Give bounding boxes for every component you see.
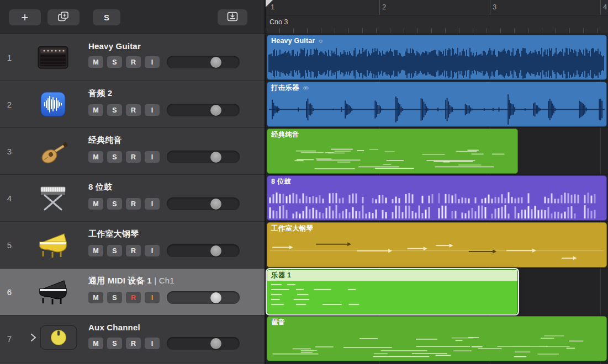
- input-monitor-button[interactable]: I: [145, 245, 160, 256]
- audio-region[interactable]: 打击乐器○○: [267, 82, 607, 127]
- duplicate-track-button[interactable]: [47, 9, 80, 25]
- track-header[interactable]: 3 经典纯音 M S R I: [0, 128, 265, 175]
- volume-knob[interactable]: [210, 152, 221, 163]
- mute-button[interactable]: M: [88, 245, 103, 256]
- input-monitor-button[interactable]: I: [145, 198, 160, 210]
- aux-knob-icon[interactable]: [40, 325, 77, 352]
- volume-slider[interactable]: [167, 244, 240, 257]
- bar-tick: [379, 0, 380, 15]
- volume-slider[interactable]: [167, 104, 240, 116]
- region-notes: [268, 281, 517, 313]
- stereo-badge-icon: ○○: [303, 84, 306, 91]
- region-title: 工作室大钢琴: [271, 224, 313, 233]
- mute-button[interactable]: M: [88, 198, 103, 210]
- mute-button[interactable]: M: [88, 104, 103, 116]
- marker-label[interactable]: Cno 3: [269, 18, 288, 26]
- track-header-selected[interactable]: 6 通用 MIDI 设备 1 | Ch1 M S R I: [0, 269, 265, 315]
- keyboard-stand-icon[interactable]: [21, 175, 85, 221]
- mute-button[interactable]: M: [88, 56, 103, 68]
- region-title: Heavy Guitar: [271, 37, 315, 45]
- audio-waveform-icon[interactable]: [21, 81, 85, 127]
- track-name[interactable]: 工作室大钢琴: [88, 229, 240, 239]
- guitar-icon[interactable]: [21, 128, 85, 174]
- region-waveform: [268, 93, 606, 126]
- track-lane[interactable]: 经典纯音: [266, 128, 608, 175]
- region-title: 琶音: [271, 318, 285, 327]
- input-monitor-button[interactable]: I: [145, 292, 160, 303]
- solo-mode-button[interactable]: S: [93, 9, 120, 25]
- arrange-area[interactable]: 1 2 3 4 Cno 3 Heavy Guitar○ 打击乐器○○: [266, 0, 608, 364]
- bar-tick: [600, 0, 601, 15]
- mute-button[interactable]: M: [88, 338, 103, 349]
- volume-slider[interactable]: [167, 291, 240, 304]
- track-header[interactable]: 2 音频 2 M S R I: [0, 81, 265, 128]
- solo-button[interactable]: S: [107, 151, 122, 163]
- import-icon: [226, 11, 239, 24]
- track-lane[interactable]: 琶音: [266, 315, 608, 362]
- track-number: 7: [0, 315, 19, 362]
- input-monitor-button[interactable]: I: [145, 104, 160, 116]
- track-name[interactable]: 音频 2: [88, 88, 240, 99]
- track-header[interactable]: 7 Aux Channel M S R I: [0, 315, 265, 362]
- solo-button[interactable]: S: [107, 245, 122, 256]
- track-lane[interactable]: 工作室大钢琴: [266, 222, 608, 269]
- track-lane[interactable]: 8 位鼓: [266, 175, 608, 222]
- record-enable-button[interactable]: R: [126, 56, 141, 68]
- volume-knob[interactable]: [210, 199, 221, 210]
- beat-ticks: [266, 28, 608, 33]
- track-name[interactable]: 经典纯音: [88, 135, 240, 146]
- mute-button[interactable]: M: [88, 151, 103, 163]
- volume-knob[interactable]: [210, 245, 221, 256]
- bar-ruler[interactable]: 1 2 3 4 Cno 3: [266, 0, 608, 34]
- add-track-button[interactable]: +: [9, 9, 41, 25]
- disclosure-arrow-icon[interactable]: [29, 333, 37, 345]
- track-number: 4: [0, 175, 19, 221]
- input-monitor-button[interactable]: I: [145, 56, 160, 68]
- volume-slider[interactable]: [167, 197, 240, 210]
- mute-button[interactable]: M: [88, 292, 103, 303]
- input-monitor-button[interactable]: I: [145, 338, 160, 349]
- volume-slider[interactable]: [167, 151, 240, 163]
- record-enable-button[interactable]: R: [126, 338, 141, 349]
- solo-button[interactable]: S: [107, 56, 122, 68]
- track-import-button[interactable]: [218, 9, 247, 25]
- audio-region[interactable]: Heavy Guitar○: [267, 35, 607, 80]
- volume-knob[interactable]: [210, 338, 221, 349]
- region-title: 8 位鼓: [271, 177, 291, 186]
- volume-slider[interactable]: [167, 337, 240, 350]
- track-lane[interactable]: 打击乐器○○: [266, 81, 608, 128]
- volume-knob[interactable]: [210, 292, 221, 303]
- solo-button[interactable]: S: [107, 292, 122, 303]
- track-header[interactable]: 1 Heavy Guitar M S R I: [0, 34, 265, 81]
- track-lane[interactable]: 乐器 1: [266, 269, 608, 315]
- amp-icon[interactable]: [21, 34, 85, 81]
- track-lane[interactable]: Heavy Guitar○: [266, 34, 608, 81]
- track-name[interactable]: Heavy Guitar: [88, 41, 240, 51]
- record-enable-button[interactable]: R: [126, 151, 141, 163]
- record-enable-button[interactable]: R: [126, 245, 141, 256]
- track-header[interactable]: 5 工作室大钢琴 M S R I: [0, 222, 265, 269]
- region-notes: [268, 187, 606, 220]
- solo-button[interactable]: S: [107, 338, 122, 349]
- volume-slider[interactable]: [167, 56, 240, 68]
- track-name[interactable]: Aux Channel: [88, 323, 240, 332]
- record-enable-button[interactable]: R: [126, 104, 141, 116]
- midi-region[interactable]: 琶音: [267, 316, 607, 361]
- grand-piano-icon[interactable]: [21, 222, 85, 268]
- midi-region[interactable]: 工作室大钢琴: [267, 222, 607, 267]
- midi-region[interactable]: 8 位鼓: [267, 175, 607, 221]
- track-name[interactable]: 8 位鼓: [88, 182, 240, 192]
- solo-button[interactable]: S: [107, 198, 122, 210]
- track-header[interactable]: 4 8 位鼓 M S R I: [0, 175, 265, 222]
- midi-region-selected[interactable]: 乐器 1: [267, 269, 518, 314]
- volume-knob[interactable]: [210, 105, 221, 116]
- midi-region[interactable]: 经典纯音: [267, 129, 518, 174]
- record-enable-button[interactable]: R: [126, 198, 141, 210]
- input-monitor-button[interactable]: I: [145, 151, 160, 163]
- track-name[interactable]: 通用 MIDI 设备 1 | Ch1: [88, 276, 240, 286]
- record-enable-button[interactable]: R: [126, 292, 141, 303]
- solo-button[interactable]: S: [107, 104, 122, 116]
- midi-piano-icon[interactable]: [21, 269, 85, 315]
- volume-knob[interactable]: [210, 57, 221, 68]
- track-number: 6: [0, 269, 19, 315]
